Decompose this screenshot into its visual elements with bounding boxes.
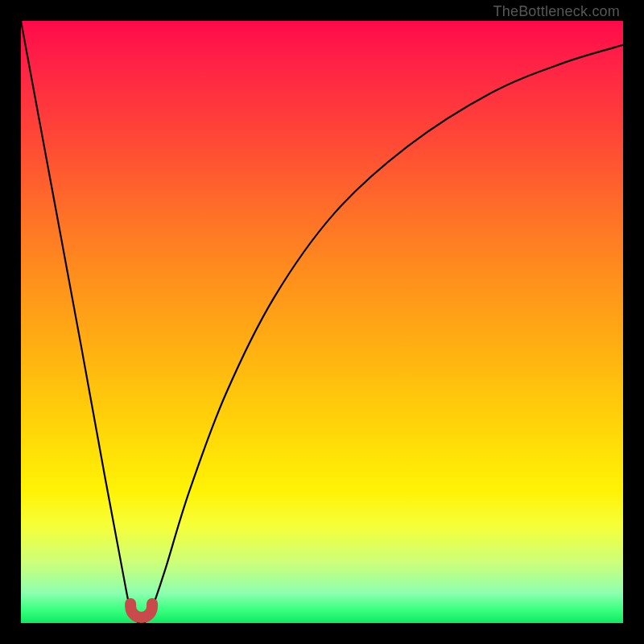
attribution-label: TheBottleneck.com: [493, 3, 620, 20]
gradient-background: [21, 21, 623, 623]
plot-area: [21, 21, 623, 623]
